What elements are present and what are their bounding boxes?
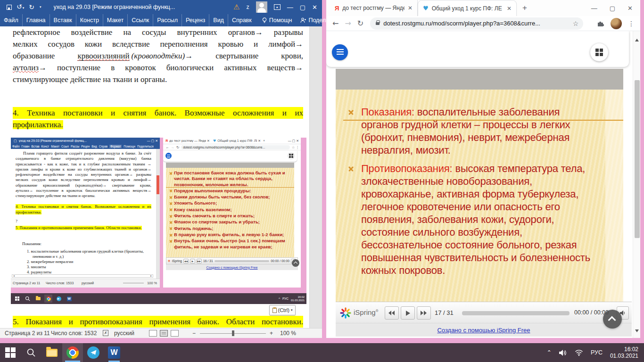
- mini-progress-bar: [215, 260, 270, 262]
- back-button[interactable]: ←: [332, 19, 339, 28]
- customize-quick-access-icon[interactable]: ▾: [40, 5, 41, 9]
- tab-design[interactable]: Констр: [76, 14, 103, 26]
- presentation-slide: Показания: воспалительные заболевания ор…: [336, 90, 623, 302]
- tab-view[interactable]: Вид: [209, 14, 228, 26]
- account-initial: z: [247, 4, 249, 10]
- tell-me-assistant[interactable]: Помощн: [262, 17, 292, 24]
- save-icon[interactable]: [7, 5, 12, 10]
- volume-icon[interactable]: [559, 349, 567, 356]
- slide-right-band: [605, 90, 623, 302]
- maximize-button[interactable]: ▢: [300, 4, 305, 11]
- new-tab-button[interactable]: +: [522, 3, 527, 13]
- word-scrollbar-area[interactable]: [309, 26, 322, 328]
- scroll-down-arrow[interactable]: [635, 329, 639, 332]
- scrollbar-thumb[interactable]: [635, 80, 640, 238]
- start-button[interactable]: [0, 343, 21, 362]
- address-bar[interactable]: dotest.rostgmu.ru/mod/scorm/player.php?a…: [370, 17, 583, 30]
- taskbar-explorer-button[interactable]: [41, 343, 62, 362]
- next-slide-button[interactable]: [417, 306, 431, 320]
- ispring-player-bar: iSpring® 17 / 31 00:00 / 00:00: [336, 302, 632, 323]
- tab-help[interactable]: Справк: [228, 14, 256, 26]
- embedded-screenshot[interactable]: ▢ уход на 29.03 [Режим ограниченной функ…: [11, 138, 306, 304]
- url-text[interactable]: dotest.rostgmu.ru/mod/scorm/player.php?a…: [383, 20, 568, 27]
- maximize-button[interactable]: ▢: [610, 5, 615, 12]
- mini-bullet-icon: [169, 202, 173, 205]
- lock-icon[interactable]: [376, 22, 380, 25]
- lamp-icon: [262, 17, 267, 24]
- ribbon-display-options-icon[interactable]: ▴: [274, 4, 281, 10]
- wifi-icon[interactable]: [575, 349, 583, 356]
- mini-bullet-icon: [169, 239, 173, 243]
- close-tab-icon[interactable]: ✕: [507, 5, 512, 12]
- slide-bullet-contraindications: Противопоказания: высокая температура те…: [347, 162, 597, 277]
- grid-menu-button[interactable]: [590, 43, 608, 61]
- windows-taskbar: W ⌃ РУС 16:0201.03.2021: [0, 343, 644, 362]
- proofing-status-icon[interactable]: ✗: [103, 330, 108, 336]
- zoom-slider-thumb[interactable]: [232, 330, 234, 336]
- tab-mailings[interactable]: Рассыл: [153, 14, 182, 26]
- page-scrollbar[interactable]: [633, 31, 640, 338]
- zoom-percent[interactable]: 100 %: [280, 330, 296, 337]
- web-layout-button[interactable]: [171, 330, 179, 337]
- zoom-in-button[interactable]: +: [270, 330, 273, 337]
- tab-references[interactable]: Ссылк: [127, 14, 153, 26]
- tab-course-player[interactable]: ♥ Общий уход 1 курс ПФ: ЛЕ ✕: [418, 0, 517, 16]
- close-button[interactable]: ✕: [312, 4, 317, 11]
- previous-slide-button[interactable]: [385, 306, 399, 320]
- tab-review[interactable]: Реценз: [182, 14, 209, 26]
- scroll-to-top-button[interactable]: [603, 310, 622, 329]
- tab-home[interactable]: Главна: [22, 14, 50, 26]
- doc-paragraph-line: образование крвооизлияний(кровоподтёки)→…: [13, 50, 303, 62]
- close-button[interactable]: ✕: [627, 5, 633, 12]
- minimize-button[interactable]: —: [591, 5, 597, 12]
- print-layout-button[interactable]: [160, 330, 168, 337]
- warning-icon[interactable]: ⚠: [233, 3, 239, 11]
- tab-insert[interactable]: Вставк: [50, 14, 76, 26]
- play-button[interactable]: [401, 306, 415, 320]
- taskbar-search-button[interactable]: [21, 343, 41, 362]
- chrome-toolbar: ← → ↻ dotest.rostgmu.ru/mod/scorm/player…: [326, 16, 640, 31]
- status-page-count[interactable]: Страница 2 из 11: [5, 330, 50, 337]
- ispring-free-link[interactable]: Создано с помощью iSpring Free: [437, 327, 530, 334]
- mini-taskbar: W ^ РУС 16:0201.03.2021: [11, 293, 306, 304]
- mini-horizontal-scrollbar: ◄►: [12, 274, 153, 278]
- tab-file[interactable]: Файл: [0, 14, 22, 26]
- tab-yandex[interactable]: Я до тест ростгму — Яндекс: ✕: [330, 0, 418, 16]
- close-tab-icon[interactable]: ✕: [408, 5, 413, 11]
- mini-chrome-toolbar: ←→↻ dotest.rostgmu.ru/mod/scorm/player.p…: [163, 144, 301, 150]
- chrome-menu-icon[interactable]: ⋮: [628, 20, 635, 27]
- bookmark-star-icon[interactable]: ☆: [573, 20, 579, 27]
- read-mode-button[interactable]: [149, 330, 157, 337]
- mini-bullet-icon: [169, 227, 173, 230]
- hamburger-menu-button[interactable]: [332, 44, 348, 60]
- show-hidden-icons[interactable]: ⌃: [547, 349, 552, 356]
- taskbar-word-button[interactable]: W: [104, 343, 124, 362]
- status-language[interactable]: русский: [114, 330, 134, 337]
- forward-button[interactable]: →: [345, 19, 351, 28]
- mini-slide: При постановке банок кожа должна быть су…: [166, 168, 294, 257]
- undo-icon[interactable]: ↺▾: [17, 3, 24, 11]
- word-document-page[interactable]: рефлекторное воздействие на сосуды внутр…: [0, 26, 309, 328]
- scroll-up-arrow[interactable]: [635, 39, 639, 41]
- mini-bullet-icon: [169, 208, 173, 212]
- tab-layout[interactable]: Макет: [103, 14, 127, 26]
- mini-hamburger-button: [165, 153, 172, 159]
- mini-highlighted-heading-4: 4. Техника постановки и снятия банок. Во…: [16, 204, 151, 215]
- redo-icon[interactable]: ↻: [29, 4, 34, 10]
- taskbar-chrome-button[interactable]: [62, 343, 83, 362]
- taskbar-telegram-button[interactable]: [83, 343, 104, 362]
- slide-progress-bar[interactable]: [462, 311, 570, 315]
- zoom-out-button[interactable]: −: [192, 330, 196, 337]
- mini-word-titlebar: ▢ уход на 29.03 [Режим ограниченной функ…: [11, 138, 160, 144]
- extensions-icon[interactable]: [596, 19, 604, 27]
- reload-button[interactable]: ↻: [357, 19, 363, 28]
- minimize-button[interactable]: —: [287, 4, 293, 11]
- clipboard-icon: [272, 308, 277, 313]
- paste-options-button[interactable]: (Ctrl) ▾: [269, 305, 296, 315]
- profile-avatar[interactable]: [611, 18, 622, 29]
- taskbar-clock[interactable]: 16:0201.03.2021: [610, 346, 638, 359]
- status-word-count[interactable]: Число слов: 1532: [51, 330, 97, 337]
- user-avatar[interactable]: [256, 1, 267, 13]
- mini-course-favicon: ♥: [213, 139, 216, 143]
- keyboard-language[interactable]: РУС: [591, 349, 603, 356]
